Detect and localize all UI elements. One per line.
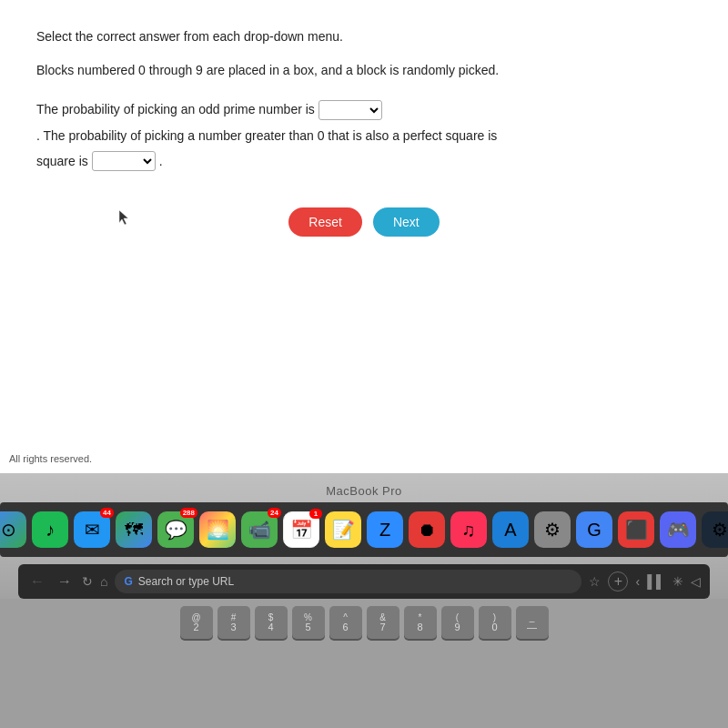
- dock-icon-spotify[interactable]: ♪: [32, 511, 68, 548]
- back-button[interactable]: ←: [27, 573, 47, 590]
- question-part1-text: The probability of picking an odd prime …: [36, 98, 315, 121]
- forward-button[interactable]: →: [55, 573, 75, 590]
- key-2[interactable]: @2: [180, 606, 213, 639]
- buttons-row: Reset Next: [36, 207, 692, 237]
- signal-icon: ▌▌: [647, 574, 665, 589]
- key-0[interactable]: )0: [479, 606, 511, 639]
- browser-content: Select the correct answer from each drop…: [0, 0, 728, 473]
- google-icon: G: [124, 575, 132, 588]
- key-3[interactable]: #3: [217, 606, 250, 639]
- key-4[interactable]: $4: [255, 606, 288, 639]
- dock-icon-photos[interactable]: 🌅: [199, 511, 236, 548]
- next-button[interactable]: Next: [373, 207, 440, 237]
- new-tab-button[interactable]: +: [608, 571, 628, 592]
- key-9[interactable]: (9: [441, 606, 474, 639]
- key-7[interactable]: &7: [367, 606, 399, 639]
- dock-icon-record[interactable]: ⏺: [409, 511, 445, 548]
- dock-icon-notes[interactable]: 📝: [325, 511, 361, 548]
- keyboard-row-1: @2#3$4%5^6&7*8(9)0_—: [27, 606, 701, 639]
- volume-icon[interactable]: ◁: [691, 574, 701, 589]
- dock: 🧭⊙♪✉44🗺💬288🌅📹24📅1📝Z⏺♫A⚙G⬛🎮⚙📺: [0, 502, 728, 557]
- keyboard-area: @2#3$4%5^6&7*8(9)0_—: [0, 599, 728, 728]
- instruction-text: Select the correct answer from each drop…: [36, 27, 692, 46]
- dock-icon-chrome[interactable]: ⊙: [0, 511, 26, 548]
- reset-button[interactable]: Reset: [288, 207, 362, 237]
- dock-icon-mail[interactable]: ✉44: [74, 511, 110, 548]
- screen-wrapper: Select the correct answer from each drop…: [0, 0, 728, 728]
- dropdown-perfect-square[interactable]: 1/10 2/10 3/10 4/10 5/10: [92, 151, 156, 171]
- brightness-icon[interactable]: ✳: [672, 574, 683, 589]
- home-button[interactable]: ⌂: [100, 574, 107, 589]
- dock-icon-gsuite[interactable]: G: [576, 511, 612, 548]
- question-part2-text: . The probability of picking a number gr…: [36, 125, 497, 147]
- cursor-icon: [118, 209, 131, 226]
- url-text: Search or type URL: [138, 575, 234, 588]
- dock-icon-steam[interactable]: ⚙: [702, 511, 728, 548]
- question-row-2: square is 1/10 2/10 3/10 4/10 5/10 .: [36, 151, 692, 171]
- footer-rights: All rights reserved.: [9, 453, 92, 464]
- laptop-body: MacBook Pro 🧭⊙♪✉44🗺💬288🌅📹24📅1📝Z⏺♫A⚙G⬛🎮⚙📺…: [0, 473, 728, 728]
- scenario-text: Blocks numbered 0 through 9 are placed i…: [36, 61, 692, 80]
- dock-icon-discord[interactable]: 🎮: [660, 511, 696, 548]
- square-label: square is: [36, 154, 88, 168]
- refresh-button[interactable]: ↻: [82, 574, 93, 589]
- dock-icon-maps[interactable]: 🗺: [116, 511, 152, 548]
- dock-icon-music[interactable]: ♫: [450, 511, 487, 548]
- key-8[interactable]: *8: [404, 606, 437, 639]
- macbook-label: MacBook Pro: [326, 484, 402, 498]
- dropdown-odd-prime[interactable]: 1/10 2/10 3/10 4/10 5/10: [318, 100, 382, 120]
- dock-icon-system[interactable]: ⚙: [534, 511, 571, 548]
- url-bar[interactable]: G Search or type URL: [115, 570, 581, 593]
- key-—[interactable]: _—: [516, 606, 549, 639]
- dock-icon-zoom[interactable]: Z: [367, 511, 403, 548]
- dock-icon-facetime[interactable]: 📹24: [241, 511, 278, 548]
- chevron-left-icon[interactable]: ‹: [635, 574, 640, 589]
- dock-icon-calendar[interactable]: 📅1: [283, 511, 319, 548]
- period: .: [159, 154, 163, 168]
- question-row-1: The probability of picking an odd prime …: [36, 98, 692, 147]
- key-6[interactable]: ^6: [329, 606, 362, 639]
- dock-icon-messages[interactable]: 💬288: [157, 511, 194, 548]
- laptop-screen: Select the correct answer from each drop…: [0, 0, 728, 473]
- bookmark-icon[interactable]: ☆: [589, 574, 601, 589]
- dock-icon-roblox[interactable]: ⬛: [618, 511, 654, 548]
- dock-icon-xcode[interactable]: A: [492, 511, 529, 548]
- touch-bar: ← → ↻ ⌂ G Search or type URL ☆ + ‹ ▌▌ ✳ …: [18, 564, 710, 599]
- key-5[interactable]: %5: [292, 606, 325, 639]
